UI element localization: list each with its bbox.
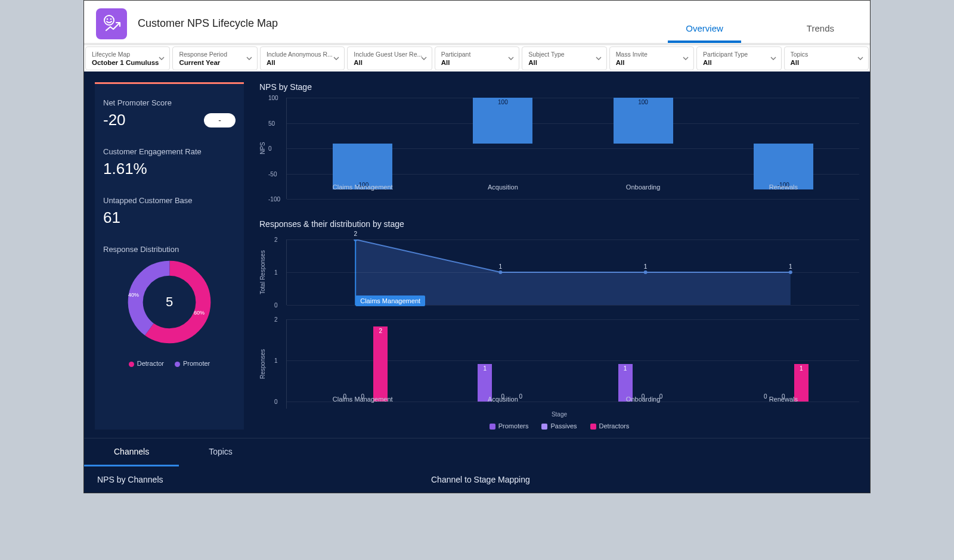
cer-value: 1.61% xyxy=(103,160,236,178)
filter-subject-type[interactable]: Subject Type All xyxy=(522,46,606,70)
responses-title: Responses & their distribution by stage xyxy=(259,219,859,229)
filter-value: Current Year xyxy=(179,59,250,66)
btab-channels[interactable]: Channels xyxy=(84,438,179,466)
ucb-value: 61 xyxy=(103,209,236,227)
chevron-down-icon xyxy=(683,53,689,64)
filter-value: October 1 Cumuluss xyxy=(92,59,163,66)
ytick: 2 xyxy=(274,316,278,323)
filter-label: Subject Type xyxy=(528,51,600,58)
total-responses-ylabel: Total Responses xyxy=(259,239,266,305)
side-panel: Net Promoter Score -20 - Customer Engage… xyxy=(95,82,244,430)
filter-value: All xyxy=(791,59,862,66)
filter-label: Include Anonymous R... xyxy=(267,51,338,58)
ucb-label: Untapped Customer Base xyxy=(103,196,236,205)
channel-to-stage-title: Channel to Stage Mapping xyxy=(431,475,530,484)
main-area: NPS by Stage NPS 100 50 0 -50 -100 -100C… xyxy=(259,82,859,430)
chevron-down-icon xyxy=(421,53,427,64)
legend-detractor: Detractor xyxy=(129,360,164,367)
rd-label: Response Distribution xyxy=(103,245,236,254)
grouped-legend: Promoters Passives Detractors xyxy=(259,422,859,430)
bottom-section-titles: NPS by Channels Channel to Stage Mapping xyxy=(84,466,870,493)
bottom-tabs: Channels Topics xyxy=(84,438,870,466)
page-title: Customer NPS Lifecycle Map xyxy=(138,17,278,30)
filter-participant[interactable]: Participant All xyxy=(435,46,519,70)
tab-overview[interactable]: Overview xyxy=(668,17,741,43)
top-tabs: Overview Trends xyxy=(668,17,852,43)
legend-detractors: Detractors xyxy=(590,422,630,430)
filter-label: Participant xyxy=(441,51,513,58)
filter-include-anonymous[interactable]: Include Anonymous R... All xyxy=(260,46,345,70)
filter-label: Lifecycle Map xyxy=(92,51,163,58)
filter-value: All xyxy=(267,59,338,66)
chevron-down-icon xyxy=(246,53,252,64)
chevron-down-icon xyxy=(596,53,602,64)
ytick: 50 xyxy=(268,120,275,126)
chevron-down-icon xyxy=(857,53,863,64)
ytick: 1 xyxy=(274,357,278,364)
chevron-down-icon xyxy=(159,53,165,64)
svg-point-0 xyxy=(104,15,114,25)
filter-label: Include Guest User Re... xyxy=(354,51,425,58)
filter-value: All xyxy=(616,59,687,66)
chevron-down-icon xyxy=(770,53,776,64)
filter-response-period[interactable]: Response Period Current Year xyxy=(172,46,257,70)
ytick: 0 xyxy=(268,145,272,152)
nps-stage-title: NPS by Stage xyxy=(259,82,859,92)
filter-label: Response Period xyxy=(179,51,250,58)
donut-center-value: 5 xyxy=(125,257,214,347)
ytick: 0 xyxy=(274,302,278,309)
filter-bar: Lifecycle Map October 1 Cumuluss Respons… xyxy=(84,43,870,71)
nps-delta-pill: - xyxy=(204,113,236,127)
filter-participant-type[interactable]: Participant Type All xyxy=(696,46,781,70)
donut-chart: 5 40% 60% Detractor Promoter xyxy=(103,257,236,367)
ytick: 2 xyxy=(274,237,278,243)
nps-label: Net Promoter Score xyxy=(103,98,236,107)
ytick: 1 xyxy=(274,269,278,276)
legend-passives: Passives xyxy=(541,422,577,430)
nps-by-channels-title: NPS by Channels xyxy=(97,475,431,484)
header: Customer NPS Lifecycle Map Overview Tren… xyxy=(84,1,870,43)
donut-detractor-pct: 60% xyxy=(194,310,205,316)
nps-stage-chart: NPS 100 50 0 -50 -100 -100Claims Managem… xyxy=(259,98,859,199)
nps-ylabel: NPS xyxy=(259,98,266,199)
filter-value: All xyxy=(703,59,775,66)
ytick: 0 xyxy=(274,399,278,405)
filter-include-guest[interactable]: Include Guest User Re... All xyxy=(347,46,432,70)
filter-value: All xyxy=(354,59,425,66)
total-responses-chart: Total Responses 2 1 0 2111Claims Managem… xyxy=(259,239,859,305)
filter-label: Participant Type xyxy=(703,51,775,58)
dashboard: Net Promoter Score -20 - Customer Engage… xyxy=(84,71,870,430)
btab-topics[interactable]: Topics xyxy=(179,438,262,466)
ytick: 100 xyxy=(268,95,278,101)
filter-mass-invite[interactable]: Mass Invite All xyxy=(609,46,694,70)
filter-topics[interactable]: Topics All xyxy=(784,46,869,70)
ytick: -100 xyxy=(268,196,280,203)
smiley-trend-icon xyxy=(101,14,122,34)
donut-promoter-pct: 40% xyxy=(128,292,139,298)
nps-value: -20 xyxy=(103,111,126,129)
ytick: -50 xyxy=(268,170,277,177)
legend-promoter: Promoter xyxy=(175,360,210,367)
cer-label: Customer Engagement Rate xyxy=(103,147,236,156)
responses-ylabel: Responses xyxy=(259,319,266,409)
stage-xlabel: Stage xyxy=(259,411,859,418)
donut-legend: Detractor Promoter xyxy=(129,360,210,367)
tab-trends[interactable]: Trends xyxy=(789,17,852,43)
filter-label: Mass Invite xyxy=(616,51,687,58)
legend-promoters: Promoters xyxy=(490,422,529,430)
app-frame: Customer NPS Lifecycle Map Overview Tren… xyxy=(83,0,871,493)
filter-value: All xyxy=(528,59,600,66)
svg-point-2 xyxy=(110,18,112,20)
filter-label: Topics xyxy=(791,51,862,58)
responses-grouped-chart: Responses 2 1 0 002Claims Management100A… xyxy=(259,319,859,409)
chevron-down-icon xyxy=(508,53,514,64)
filter-value: All xyxy=(441,59,513,66)
chevron-down-icon xyxy=(333,53,339,64)
filter-lifecycle-map[interactable]: Lifecycle Map October 1 Cumuluss xyxy=(85,46,170,70)
svg-point-1 xyxy=(107,18,109,20)
app-icon xyxy=(96,8,127,39)
